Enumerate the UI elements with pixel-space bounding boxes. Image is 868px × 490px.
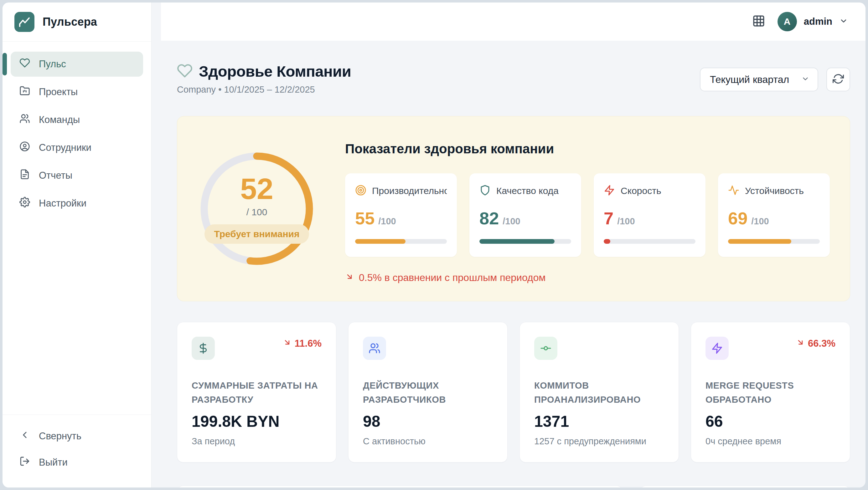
chevron-down-icon xyxy=(839,17,848,27)
page-subtitle: Company • 10/1/2025 – 12/2/2025 xyxy=(177,85,351,95)
metric-max: /100 xyxy=(617,216,635,227)
stat-value: 1371 xyxy=(534,413,664,430)
metrics-row: Производительность 55 /100 Качест xyxy=(345,173,830,257)
best-card: Лучшие Показать xyxy=(640,486,850,488)
stat-trend: 11.6% xyxy=(283,338,321,349)
health-status-badge: Требует внимания xyxy=(205,224,309,244)
app-logo-icon xyxy=(14,12,34,32)
stat-sub: За период xyxy=(192,436,321,447)
shield-icon xyxy=(479,185,491,197)
sidebar-item-label: Команды xyxy=(39,114,80,126)
folder-icon xyxy=(20,86,30,99)
stat-label: КОММИТОВ ПРОАНАЛИЗИРОВАНО xyxy=(534,379,664,407)
metric-max: /100 xyxy=(378,216,396,227)
stat-value: 66 xyxy=(706,413,835,430)
metric-card-stability: Устойчивость 69 /100 xyxy=(718,173,830,257)
panel-title: Показатели здоровья компании xyxy=(345,141,830,157)
sidebar-item-settings[interactable]: Настройки xyxy=(11,191,143,216)
page-title: Здоровье Компании xyxy=(199,63,351,80)
stat-label: ДЕЙСТВУЮЩИХ РАЗРАБОТЧИКОВ xyxy=(363,379,493,407)
sidebar-footer: Свернуть Выйти xyxy=(2,415,151,488)
sidebar: Пульсера Пульс Проекты Команды Сотрудник… xyxy=(2,2,152,488)
metric-card-productivity: Производительность 55 /100 xyxy=(345,173,457,257)
stat-sub: С активностью xyxy=(363,436,493,447)
health-metrics-panel: Показатели здоровья компании Производите… xyxy=(316,134,830,284)
metric-max: /100 xyxy=(751,216,769,227)
metric-max: /100 xyxy=(503,216,520,227)
stat-card-costs: 11.6% СУММАРНЫЕ ЗАТРАТЫ НА РАЗРАБОТКУ 19… xyxy=(177,322,336,462)
logout-label: Выйти xyxy=(39,457,68,468)
health-trend: 0.5% в сравнении с прошлым периодом xyxy=(345,272,830,284)
sidebar-item-label: Отчеты xyxy=(39,170,72,181)
zap-icon xyxy=(706,337,728,360)
chevron-left-icon xyxy=(20,430,30,443)
stat-card-developers: ДЕЙСТВУЮЩИХ РАЗРАБОТЧИКОВ 98 С активност… xyxy=(348,322,507,462)
metric-label: Устойчивость xyxy=(745,186,804,196)
top-header: A admin xyxy=(161,2,866,41)
stat-sub: 1257 с предупреждениями xyxy=(534,436,664,447)
metric-value: 7 xyxy=(604,210,613,227)
metric-progress xyxy=(479,239,571,244)
sidebar-nav: Пульс Проекты Команды Сотрудники Отчеты … xyxy=(2,42,151,219)
git-commit-icon xyxy=(534,337,557,360)
metric-value: 69 xyxy=(728,210,747,227)
metric-label: Качество кода xyxy=(496,186,559,196)
health-score: 52 xyxy=(240,174,273,204)
metric-progress xyxy=(728,239,820,244)
stat-label: СУММАРНЫЕ ЗАТРАТЫ НА РАЗРАБОТКУ xyxy=(192,379,321,407)
sidebar-item-label: Сотрудники xyxy=(39,142,91,153)
metric-progress xyxy=(355,239,447,244)
sidebar-item-pulse[interactable]: Пульс xyxy=(11,52,143,77)
refresh-icon xyxy=(833,73,844,86)
period-select[interactable]: Текущий квартал xyxy=(700,68,818,91)
main-area: A admin Здоровье Компании Company • 10/1… xyxy=(152,2,866,488)
target-icon xyxy=(355,185,366,197)
apps-grid-button[interactable] xyxy=(750,13,768,30)
arrow-down-right-icon xyxy=(283,338,291,349)
sidebar-item-projects[interactable]: Проекты xyxy=(11,79,143,104)
gear-icon xyxy=(20,197,30,210)
zap-icon xyxy=(604,185,615,197)
refresh-button[interactable] xyxy=(826,68,850,91)
metric-label: Скорость xyxy=(621,186,661,196)
stat-sub: 0ч среднее время xyxy=(706,436,835,447)
logout-button[interactable]: Выйти xyxy=(11,450,143,475)
metric-progress xyxy=(604,239,695,244)
sidebar-item-teams[interactable]: Команды xyxy=(11,107,143,132)
stat-card-merge-requests: 66.3% MERGE REQUESTS ОБРАБОТАНО 66 0ч ср… xyxy=(691,322,850,462)
stat-card-commits: КОММИТОВ ПРОАНАЛИЗИРОВАНО 1371 1257 с пр… xyxy=(520,322,679,462)
chevron-down-icon xyxy=(801,74,809,86)
attention-card: Требует внимания 9 критично 7 предупрежд… xyxy=(177,486,623,488)
user-menu[interactable]: A admin xyxy=(777,12,848,31)
metric-value: 55 xyxy=(355,210,374,227)
metric-value: 82 xyxy=(479,210,499,227)
metric-label: Производительность xyxy=(372,186,447,196)
users-icon xyxy=(20,113,30,126)
activity-icon xyxy=(728,185,739,197)
collapse-label: Свернуть xyxy=(39,430,82,442)
page-content: Здоровье Компании Company • 10/1/2025 – … xyxy=(152,41,866,488)
avatar: A xyxy=(777,12,797,31)
arrow-down-right-icon xyxy=(796,338,805,349)
user-name: admin xyxy=(804,16,832,27)
health-trend-text: 0.5% в сравнении с прошлым периодом xyxy=(359,272,546,284)
app-title: Пульсера xyxy=(42,15,97,29)
page-header-row: Здоровье Компании Company • 10/1/2025 – … xyxy=(177,63,850,95)
app-window: Пульсера Пульс Проекты Команды Сотрудник… xyxy=(2,2,866,488)
sidebar-item-label: Проекты xyxy=(39,86,78,98)
health-gauge: 52 / 100 Требует внимания xyxy=(197,134,316,284)
stat-value: 98 xyxy=(363,413,493,430)
users-icon xyxy=(363,337,386,360)
collapse-sidebar-button[interactable]: Свернуть xyxy=(11,424,143,449)
health-score-max: / 100 xyxy=(246,207,268,218)
page-heading: Здоровье Компании Company • 10/1/2025 – … xyxy=(177,63,351,95)
sidebar-item-label: Настройки xyxy=(39,198,86,209)
sidebar-item-reports[interactable]: Отчеты xyxy=(11,163,143,188)
stat-label: MERGE REQUESTS ОБРАБОТАНО xyxy=(706,379,835,407)
stat-value: 199.8K BYN xyxy=(192,413,321,430)
sidebar-item-label: Пульс xyxy=(39,59,66,70)
grid-icon xyxy=(752,14,765,29)
stats-row: 11.6% СУММАРНЫЕ ЗАТРАТЫ НА РАЗРАБОТКУ 19… xyxy=(177,322,850,462)
sidebar-item-employees[interactable]: Сотрудники xyxy=(11,135,143,160)
metric-card-speed: Скорость 7 /100 xyxy=(594,173,706,257)
